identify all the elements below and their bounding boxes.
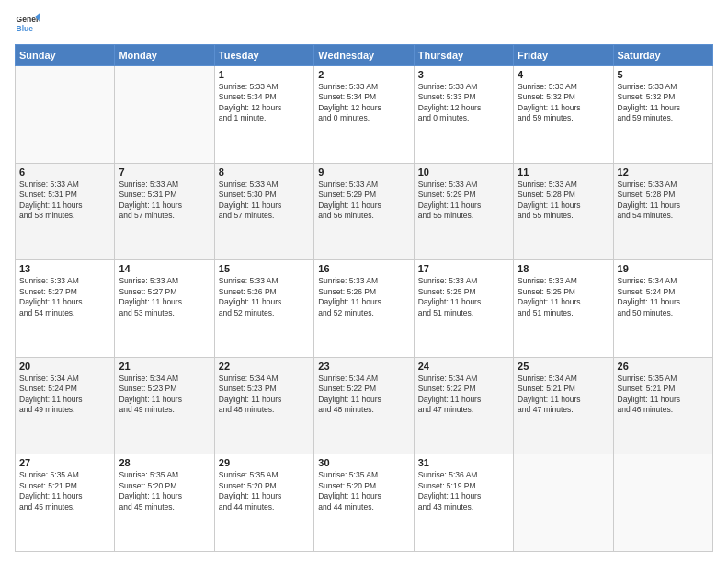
day-number: 8 bbox=[219, 167, 310, 178]
day-number: 21 bbox=[119, 361, 210, 372]
logo-icon: General Blue bbox=[15, 11, 40, 37]
day-number: 13 bbox=[19, 263, 110, 274]
calendar-cell: 21Sunrise: 5:34 AM Sunset: 5:23 PM Dayli… bbox=[115, 357, 214, 454]
calendar-cell bbox=[16, 66, 115, 164]
day-info: Sunrise: 5:33 AM Sunset: 5:29 PM Dayligh… bbox=[418, 179, 509, 222]
day-info: Sunrise: 5:33 AM Sunset: 5:26 PM Dayligh… bbox=[219, 276, 310, 318]
calendar-cell: 24Sunrise: 5:34 AM Sunset: 5:22 PM Dayli… bbox=[414, 357, 513, 454]
day-number: 1 bbox=[219, 69, 310, 80]
calendar-cell: 30Sunrise: 5:35 AM Sunset: 5:20 PM Dayli… bbox=[314, 454, 414, 552]
day-number: 12 bbox=[618, 167, 709, 178]
day-number: 14 bbox=[119, 263, 210, 274]
day-info: Sunrise: 5:33 AM Sunset: 5:31 PM Dayligh… bbox=[19, 179, 110, 222]
day-number: 15 bbox=[219, 263, 310, 274]
day-info: Sunrise: 5:35 AM Sunset: 5:21 PM Dayligh… bbox=[19, 470, 110, 512]
day-info: Sunrise: 5:34 AM Sunset: 5:22 PM Dayligh… bbox=[418, 373, 509, 416]
calendar-cell: 31Sunrise: 5:36 AM Sunset: 5:19 PM Dayli… bbox=[414, 454, 513, 552]
calendar-cell: 13Sunrise: 5:33 AM Sunset: 5:27 PM Dayli… bbox=[16, 260, 115, 358]
day-number: 9 bbox=[318, 167, 409, 178]
day-info: Sunrise: 5:36 AM Sunset: 5:19 PM Dayligh… bbox=[418, 470, 509, 512]
day-info: Sunrise: 5:33 AM Sunset: 5:31 PM Dayligh… bbox=[119, 179, 210, 222]
calendar-cell: 7Sunrise: 5:33 AM Sunset: 5:31 PM Daylig… bbox=[115, 163, 214, 260]
weekday-header-wednesday: Wednesday bbox=[314, 45, 414, 66]
calendar-cell: 9Sunrise: 5:33 AM Sunset: 5:29 PM Daylig… bbox=[314, 163, 414, 260]
day-number: 16 bbox=[318, 263, 409, 274]
calendar-cell: 26Sunrise: 5:35 AM Sunset: 5:21 PM Dayli… bbox=[613, 357, 712, 454]
header: General Blue bbox=[15, 11, 713, 37]
calendar-cell: 29Sunrise: 5:35 AM Sunset: 5:20 PM Dayli… bbox=[214, 454, 313, 552]
calendar-cell: 25Sunrise: 5:34 AM Sunset: 5:21 PM Dayli… bbox=[514, 357, 613, 454]
calendar-cell: 12Sunrise: 5:33 AM Sunset: 5:28 PM Dayli… bbox=[613, 163, 712, 260]
day-info: Sunrise: 5:34 AM Sunset: 5:23 PM Dayligh… bbox=[119, 373, 210, 416]
day-number: 10 bbox=[418, 167, 509, 178]
day-info: Sunrise: 5:35 AM Sunset: 5:20 PM Dayligh… bbox=[318, 470, 409, 512]
day-number: 2 bbox=[318, 69, 409, 80]
calendar-week-1: 1Sunrise: 5:33 AM Sunset: 5:34 PM Daylig… bbox=[16, 66, 713, 164]
day-info: Sunrise: 5:33 AM Sunset: 5:34 PM Dayligh… bbox=[219, 82, 310, 124]
day-info: Sunrise: 5:33 AM Sunset: 5:28 PM Dayligh… bbox=[518, 179, 609, 222]
calendar-cell: 3Sunrise: 5:33 AM Sunset: 5:33 PM Daylig… bbox=[414, 66, 513, 164]
weekday-header-monday: Monday bbox=[115, 45, 214, 66]
day-info: Sunrise: 5:34 AM Sunset: 5:23 PM Dayligh… bbox=[219, 373, 310, 416]
calendar-cell: 4Sunrise: 5:33 AM Sunset: 5:32 PM Daylig… bbox=[514, 66, 613, 164]
day-number: 29 bbox=[219, 457, 310, 468]
day-info: Sunrise: 5:34 AM Sunset: 5:21 PM Dayligh… bbox=[518, 373, 609, 416]
calendar-cell: 22Sunrise: 5:34 AM Sunset: 5:23 PM Dayli… bbox=[214, 357, 313, 454]
svg-text:Blue: Blue bbox=[17, 24, 34, 33]
day-info: Sunrise: 5:35 AM Sunset: 5:20 PM Dayligh… bbox=[219, 470, 310, 512]
calendar-week-5: 27Sunrise: 5:35 AM Sunset: 5:21 PM Dayli… bbox=[16, 454, 713, 552]
calendar-cell: 15Sunrise: 5:33 AM Sunset: 5:26 PM Dayli… bbox=[214, 260, 313, 358]
day-info: Sunrise: 5:34 AM Sunset: 5:22 PM Dayligh… bbox=[318, 373, 409, 416]
day-info: Sunrise: 5:33 AM Sunset: 5:25 PM Dayligh… bbox=[518, 276, 609, 318]
day-number: 30 bbox=[318, 457, 409, 468]
day-number: 22 bbox=[219, 361, 310, 372]
weekday-header-tuesday: Tuesday bbox=[214, 45, 313, 66]
day-info: Sunrise: 5:33 AM Sunset: 5:32 PM Dayligh… bbox=[518, 82, 609, 124]
calendar-week-4: 20Sunrise: 5:34 AM Sunset: 5:24 PM Dayli… bbox=[16, 357, 713, 454]
day-info: Sunrise: 5:33 AM Sunset: 5:27 PM Dayligh… bbox=[119, 276, 210, 318]
day-info: Sunrise: 5:33 AM Sunset: 5:26 PM Dayligh… bbox=[318, 276, 409, 318]
calendar-week-3: 13Sunrise: 5:33 AM Sunset: 5:27 PM Dayli… bbox=[16, 260, 713, 358]
calendar-cell: 27Sunrise: 5:35 AM Sunset: 5:21 PM Dayli… bbox=[16, 454, 115, 552]
calendar-cell bbox=[115, 66, 214, 164]
calendar-cell: 11Sunrise: 5:33 AM Sunset: 5:28 PM Dayli… bbox=[514, 163, 613, 260]
calendar-cell: 18Sunrise: 5:33 AM Sunset: 5:25 PM Dayli… bbox=[514, 260, 613, 358]
calendar-cell: 28Sunrise: 5:35 AM Sunset: 5:20 PM Dayli… bbox=[115, 454, 214, 552]
calendar-cell bbox=[514, 454, 613, 552]
day-number: 3 bbox=[418, 69, 509, 80]
calendar-cell bbox=[613, 454, 712, 552]
day-number: 24 bbox=[418, 361, 509, 372]
calendar-week-2: 6Sunrise: 5:33 AM Sunset: 5:31 PM Daylig… bbox=[16, 163, 713, 260]
calendar-cell: 5Sunrise: 5:33 AM Sunset: 5:32 PM Daylig… bbox=[613, 66, 712, 164]
calendar-table: SundayMondayTuesdayWednesdayThursdayFrid… bbox=[15, 44, 713, 552]
calendar-cell: 10Sunrise: 5:33 AM Sunset: 5:29 PM Dayli… bbox=[414, 163, 513, 260]
calendar-cell: 6Sunrise: 5:33 AM Sunset: 5:31 PM Daylig… bbox=[16, 163, 115, 260]
day-info: Sunrise: 5:33 AM Sunset: 5:32 PM Dayligh… bbox=[618, 82, 709, 124]
day-number: 20 bbox=[19, 361, 110, 372]
calendar-cell: 2Sunrise: 5:33 AM Sunset: 5:34 PM Daylig… bbox=[314, 66, 414, 164]
day-number: 17 bbox=[418, 263, 509, 274]
calendar-cell: 17Sunrise: 5:33 AM Sunset: 5:25 PM Dayli… bbox=[414, 260, 513, 358]
calendar-header-row: SundayMondayTuesdayWednesdayThursdayFrid… bbox=[16, 45, 713, 66]
calendar-cell: 1Sunrise: 5:33 AM Sunset: 5:34 PM Daylig… bbox=[214, 66, 313, 164]
weekday-header-thursday: Thursday bbox=[414, 45, 513, 66]
day-info: Sunrise: 5:33 AM Sunset: 5:30 PM Dayligh… bbox=[219, 179, 310, 222]
day-info: Sunrise: 5:34 AM Sunset: 5:24 PM Dayligh… bbox=[19, 373, 110, 416]
day-info: Sunrise: 5:33 AM Sunset: 5:25 PM Dayligh… bbox=[418, 276, 509, 318]
day-number: 6 bbox=[19, 167, 110, 178]
day-number: 19 bbox=[618, 263, 709, 274]
day-number: 23 bbox=[318, 361, 409, 372]
calendar-cell: 16Sunrise: 5:33 AM Sunset: 5:26 PM Dayli… bbox=[314, 260, 414, 358]
day-info: Sunrise: 5:33 AM Sunset: 5:34 PM Dayligh… bbox=[318, 82, 409, 124]
day-info: Sunrise: 5:33 AM Sunset: 5:29 PM Dayligh… bbox=[318, 179, 409, 222]
day-number: 25 bbox=[518, 361, 609, 372]
logo: General Blue bbox=[15, 11, 40, 37]
day-number: 31 bbox=[418, 457, 509, 468]
calendar-cell: 20Sunrise: 5:34 AM Sunset: 5:24 PM Dayli… bbox=[16, 357, 115, 454]
calendar-cell: 8Sunrise: 5:33 AM Sunset: 5:30 PM Daylig… bbox=[214, 163, 313, 260]
day-info: Sunrise: 5:35 AM Sunset: 5:21 PM Dayligh… bbox=[618, 373, 709, 416]
weekday-header-sunday: Sunday bbox=[16, 45, 115, 66]
day-info: Sunrise: 5:34 AM Sunset: 5:24 PM Dayligh… bbox=[618, 276, 709, 318]
day-info: Sunrise: 5:33 AM Sunset: 5:33 PM Dayligh… bbox=[418, 82, 509, 124]
day-info: Sunrise: 5:33 AM Sunset: 5:27 PM Dayligh… bbox=[19, 276, 110, 318]
